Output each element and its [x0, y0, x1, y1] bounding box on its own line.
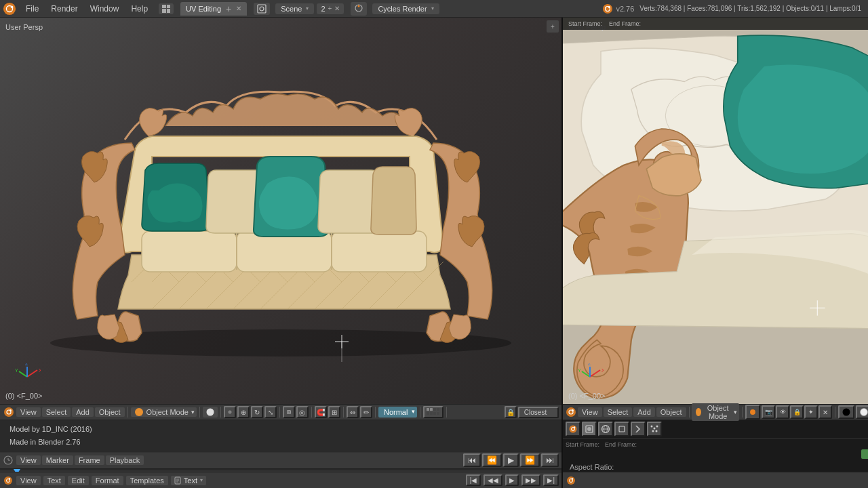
status-templates-btn[interactable]: Templates: [126, 476, 168, 485]
render-props-icon: [568, 424, 578, 434]
scene-selector[interactable]: Scene ▾: [275, 3, 314, 14]
engine-dropdown-arrow: ▾: [431, 5, 434, 12]
layer-btn[interactable]: [423, 406, 443, 418]
toolbar-sep-8: [420, 407, 420, 418]
normal-dropdown[interactable]: Normal: [378, 407, 417, 418]
right-status-bar: ⊕ ≡: [563, 472, 868, 488]
shade-solid-btn[interactable]: [203, 407, 218, 418]
status-format-btn[interactable]: Format: [92, 476, 123, 485]
right-lock-btn[interactable]: 🔒: [790, 405, 804, 419]
pivot-dropdown[interactable]: Closest: [518, 407, 559, 418]
right-shade-btn[interactable]: [838, 405, 854, 419]
modifier-props-btn[interactable]: [631, 422, 646, 436]
object-menu-right[interactable]: Object: [656, 407, 686, 417]
percent-value[interactable]: 100%: [861, 449, 868, 459]
jump-end-btn[interactable]: ⏭: [541, 453, 559, 467]
snap-type-btn[interactable]: ⊞: [328, 406, 340, 418]
move-btn[interactable]: ⊕: [237, 406, 250, 418]
right-eye-btn[interactable]: 👁: [776, 405, 789, 419]
add-menu-left[interactable]: Add: [72, 407, 94, 417]
axis-gizmo-left: X Y Z: [14, 363, 41, 390]
menu-help[interactable]: Help: [125, 3, 153, 15]
shade-solid-icon: [205, 407, 215, 417]
text-file-icon: [174, 476, 182, 485]
properties-content: Start Frame: End Frame: 100% Aspect Rati…: [563, 439, 868, 472]
workspace-tab-add[interactable]: +: [224, 3, 233, 14]
menu-render[interactable]: Render: [45, 3, 83, 15]
mode-selector-right[interactable]: Object Mode: [692, 403, 739, 421]
workspace-tab-uv-editing[interactable]: UV Editing + ✕: [180, 2, 247, 16]
right-viewport[interactable]: Start Frame: End Frame: User Persp (0) <…: [563, 18, 868, 404]
view-menu-right[interactable]: View: [578, 407, 602, 417]
right-cam-btn[interactable]: 📷: [762, 405, 775, 419]
lock-btn[interactable]: 🔒: [505, 406, 517, 418]
timeline-view-btn[interactable]: View: [16, 455, 41, 465]
timeline-playback-btn[interactable]: Playback: [106, 455, 144, 465]
scene-type-icon[interactable]: [254, 3, 270, 15]
mode-selector-left[interactable]: Object Mode: [131, 407, 197, 417]
viewport-layout-selector[interactable]: [159, 3, 174, 14]
svg-rect-64: [288, 411, 290, 413]
timeline-marker-btn[interactable]: Marker: [42, 455, 73, 465]
left-viewport-frame-info: (0) <F_00>: [5, 392, 42, 400]
status-view-btn[interactable]: View: [16, 476, 41, 485]
anim-frame-start[interactable]: |◀: [466, 474, 481, 486]
timeline-content[interactable]: 0 10 20 30 40 50 60 70 80 90 100 F: [0, 469, 561, 472]
svg-point-62: [229, 411, 231, 413]
scene-num-add[interactable]: +: [328, 5, 332, 12]
menu-file[interactable]: File: [20, 3, 44, 15]
select-menu-right[interactable]: Select: [604, 407, 633, 417]
status-text-btn[interactable]: Text: [43, 476, 65, 485]
rendered-view: [563, 18, 868, 404]
anim-frame-end[interactable]: ▶|: [543, 474, 559, 486]
jump-start-btn[interactable]: ⏮: [463, 453, 481, 467]
anim-prev-key[interactable]: ◀◀: [484, 474, 502, 486]
svg-point-110: [654, 428, 656, 430]
svg-point-116: [572, 478, 573, 479]
render-props-btn[interactable]: [566, 422, 580, 436]
particles-props-btn[interactable]: [647, 422, 662, 436]
next-frame-btn[interactable]: ⏩: [520, 453, 540, 467]
top-right-info: v2.76 Verts:784,368 | Faces:781,096 | Tr…: [602, 3, 865, 14]
rotate-btn[interactable]: ↻: [251, 406, 263, 418]
left-viewport[interactable]: User Persp (0) <F_00> X Y Z +: [0, 18, 561, 404]
right-side: Start Frame: End Frame: User Persp (0) <…: [563, 18, 868, 488]
grab-btn[interactable]: [224, 406, 236, 418]
world-props-btn[interactable]: [598, 422, 613, 436]
snap-btn[interactable]: 🧲: [315, 406, 327, 418]
anim-play[interactable]: ▶: [505, 474, 519, 486]
text-type-selector[interactable]: Text ▾: [171, 476, 206, 485]
right-sep-1: [689, 407, 690, 418]
right-render-info: Start Frame: End Frame:: [563, 18, 868, 30]
right-white-circle-btn[interactable]: [856, 405, 868, 419]
scale-btn[interactable]: ⤡: [264, 406, 277, 418]
play-btn[interactable]: ▶: [503, 453, 519, 467]
status-edit-btn[interactable]: Edit: [68, 476, 89, 485]
object-menu-left[interactable]: Object: [95, 407, 125, 417]
proportional-btn[interactable]: ◎: [296, 406, 309, 418]
mirror-btn[interactable]: ⇔: [347, 406, 359, 418]
select-menu-left[interactable]: Select: [42, 407, 71, 417]
view-menu-left[interactable]: View: [16, 407, 41, 417]
timeline-frame-btn[interactable]: Frame: [75, 455, 104, 465]
playhead-triangle: [14, 469, 20, 472]
scene-dropdown-arrow: ▾: [306, 5, 309, 12]
render-engine-selector[interactable]: Cycles Render ▾: [372, 3, 439, 14]
object-props-btn[interactable]: [614, 422, 629, 436]
scene-props-btn[interactable]: [582, 422, 597, 436]
right-star-btn[interactable]: ✦: [804, 405, 818, 419]
grease-btn[interactable]: ✏: [360, 406, 372, 418]
anim-next-key[interactable]: ▶▶: [521, 474, 540, 486]
right-cross-btn[interactable]: ✕: [818, 405, 832, 419]
right-status-icon: [566, 475, 576, 486]
right-render-icon-btn[interactable]: [745, 405, 760, 420]
scene-num-close[interactable]: ✕: [334, 5, 340, 12]
add-menu-right[interactable]: Add: [633, 407, 655, 417]
scene-number[interactable]: 2 + ✕: [317, 3, 344, 14]
engine-type-selector[interactable]: [351, 2, 367, 16]
render-region-btn[interactable]: [283, 406, 295, 418]
viewport-corner-left[interactable]: +: [547, 20, 559, 33]
menu-window[interactable]: Window: [85, 3, 125, 15]
workspace-tab-close[interactable]: ✕: [236, 5, 241, 12]
prev-frame-btn[interactable]: ⏪: [482, 453, 502, 467]
